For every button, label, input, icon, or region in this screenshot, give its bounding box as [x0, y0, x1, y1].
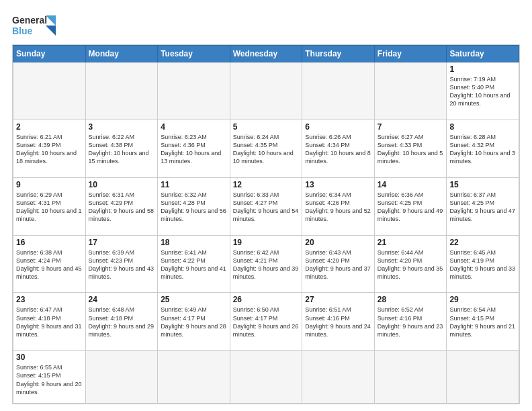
- calendar-cell: 26Sunrise: 6:50 AM Sunset: 4:17 PM Dayli…: [230, 293, 302, 351]
- day-number: 12: [233, 180, 300, 189]
- day-info: Sunrise: 6:23 AM Sunset: 4:36 PM Dayligh…: [161, 133, 227, 166]
- calendar-cell: [85, 351, 158, 404]
- day-info: Sunrise: 7:19 AM Sunset: 5:40 PM Dayligh…: [449, 75, 516, 108]
- day-info: Sunrise: 6:28 AM Sunset: 4:32 PM Dayligh…: [449, 133, 516, 166]
- calendar-cell: [158, 351, 230, 404]
- day-header-saturday: Saturday: [447, 46, 519, 62]
- day-number: 17: [89, 238, 155, 247]
- day-header-tuesday: Tuesday: [158, 46, 230, 62]
- day-info: Sunrise: 6:22 AM Sunset: 4:38 PM Dayligh…: [89, 133, 155, 166]
- day-header-monday: Monday: [85, 46, 158, 62]
- calendar-cell: [374, 351, 447, 404]
- calendar: SundayMondayTuesdayWednesdayThursdayFrid…: [12, 44, 520, 404]
- calendar-cell: [374, 62, 447, 120]
- calendar-cell: 4Sunrise: 6:23 AM Sunset: 4:36 PM Daylig…: [158, 120, 230, 177]
- day-info: Sunrise: 6:29 AM Sunset: 4:31 PM Dayligh…: [16, 191, 83, 224]
- day-info: Sunrise: 6:32 AM Sunset: 4:28 PM Dayligh…: [161, 191, 227, 224]
- calendar-cell: 28Sunrise: 6:52 AM Sunset: 4:16 PM Dayli…: [374, 293, 447, 351]
- day-number: 28: [378, 295, 444, 304]
- day-number: 9: [16, 180, 83, 189]
- calendar-header: SundayMondayTuesdayWednesdayThursdayFrid…: [13, 46, 519, 62]
- day-number: 11: [161, 180, 227, 189]
- calendar-cell: 2Sunrise: 6:21 AM Sunset: 4:39 PM Daylig…: [13, 120, 86, 177]
- day-info: Sunrise: 6:52 AM Sunset: 4:16 PM Dayligh…: [378, 306, 444, 338]
- calendar-cell: 1Sunrise: 7:19 AM Sunset: 5:40 PM Daylig…: [447, 62, 519, 120]
- day-number: 1: [449, 64, 516, 74]
- svg-marker-0: [46, 15, 56, 26]
- svg-marker-1: [46, 26, 56, 36]
- calendar-cell: 30Sunrise: 6:55 AM Sunset: 4:15 PM Dayli…: [13, 351, 86, 404]
- calendar-cell: 29Sunrise: 6:54 AM Sunset: 4:15 PM Dayli…: [447, 293, 519, 351]
- day-info: Sunrise: 6:54 AM Sunset: 4:15 PM Dayligh…: [449, 306, 516, 338]
- day-number: 14: [378, 180, 444, 189]
- day-number: 19: [233, 238, 300, 247]
- calendar-cell: 12Sunrise: 6:33 AM Sunset: 4:27 PM Dayli…: [230, 177, 302, 235]
- day-info: Sunrise: 6:34 AM Sunset: 4:26 PM Dayligh…: [305, 191, 371, 224]
- calendar-cell: 18Sunrise: 6:41 AM Sunset: 4:22 PM Dayli…: [158, 235, 230, 293]
- calendar-cell: 22Sunrise: 6:45 AM Sunset: 4:19 PM Dayli…: [447, 235, 519, 293]
- calendar-cell: [447, 351, 519, 404]
- day-number: 18: [161, 238, 227, 247]
- calendar-cell: 17Sunrise: 6:39 AM Sunset: 4:23 PM Dayli…: [85, 235, 158, 293]
- calendar-cell: 9Sunrise: 6:29 AM Sunset: 4:31 PM Daylig…: [13, 177, 86, 235]
- calendar-cell: 19Sunrise: 6:42 AM Sunset: 4:21 PM Dayli…: [230, 235, 302, 293]
- day-info: Sunrise: 6:47 AM Sunset: 4:18 PM Dayligh…: [16, 306, 83, 338]
- day-info: Sunrise: 6:41 AM Sunset: 4:22 PM Dayligh…: [161, 248, 227, 281]
- calendar-cell: 7Sunrise: 6:27 AM Sunset: 4:33 PM Daylig…: [374, 120, 447, 177]
- calendar-week-3: 9Sunrise: 6:29 AM Sunset: 4:31 PM Daylig…: [13, 177, 519, 235]
- calendar-cell: [13, 62, 86, 120]
- calendar-cell: 6Sunrise: 6:26 AM Sunset: 4:34 PM Daylig…: [302, 120, 375, 177]
- calendar-cell: 14Sunrise: 6:36 AM Sunset: 4:25 PM Dayli…: [374, 177, 447, 235]
- day-number: 21: [378, 238, 444, 247]
- generalblue-icon: GeneralBlue: [12, 12, 59, 39]
- calendar-cell: 20Sunrise: 6:43 AM Sunset: 4:20 PM Dayli…: [302, 235, 375, 293]
- day-number: 23: [16, 295, 83, 304]
- calendar-cell: 15Sunrise: 6:37 AM Sunset: 4:25 PM Dayli…: [447, 177, 519, 235]
- calendar-cell: [230, 351, 302, 404]
- calendar-cell: 23Sunrise: 6:47 AM Sunset: 4:18 PM Dayli…: [13, 293, 86, 351]
- day-number: 13: [305, 180, 371, 189]
- day-number: 6: [305, 122, 371, 132]
- calendar-cell: 13Sunrise: 6:34 AM Sunset: 4:26 PM Dayli…: [302, 177, 375, 235]
- logo: GeneralBlue: [12, 12, 59, 39]
- day-number: 8: [449, 122, 516, 132]
- svg-text:General: General: [12, 15, 47, 26]
- day-info: Sunrise: 6:24 AM Sunset: 4:35 PM Dayligh…: [233, 133, 300, 166]
- day-info: Sunrise: 6:43 AM Sunset: 4:20 PM Dayligh…: [305, 248, 371, 281]
- day-info: Sunrise: 6:44 AM Sunset: 4:20 PM Dayligh…: [378, 248, 444, 281]
- calendar-cell: [302, 351, 375, 404]
- day-info: Sunrise: 6:38 AM Sunset: 4:24 PM Dayligh…: [16, 248, 83, 281]
- day-info: Sunrise: 6:39 AM Sunset: 4:23 PM Dayligh…: [89, 248, 155, 281]
- day-info: Sunrise: 6:31 AM Sunset: 4:29 PM Dayligh…: [89, 191, 155, 224]
- header: GeneralBlue: [12, 12, 520, 39]
- day-info: Sunrise: 6:27 AM Sunset: 4:33 PM Dayligh…: [378, 133, 444, 166]
- day-number: 29: [449, 295, 516, 304]
- calendar-week-6: 30Sunrise: 6:55 AM Sunset: 4:15 PM Dayli…: [13, 351, 519, 404]
- day-info: Sunrise: 6:49 AM Sunset: 4:17 PM Dayligh…: [161, 306, 227, 338]
- calendar-cell: [230, 62, 302, 120]
- day-header-thursday: Thursday: [302, 46, 375, 62]
- day-number: 4: [161, 122, 227, 132]
- calendar-week-2: 2Sunrise: 6:21 AM Sunset: 4:39 PM Daylig…: [13, 120, 519, 177]
- day-info: Sunrise: 6:36 AM Sunset: 4:25 PM Dayligh…: [378, 191, 444, 224]
- day-number: 5: [233, 122, 300, 132]
- calendar-cell: 10Sunrise: 6:31 AM Sunset: 4:29 PM Dayli…: [85, 177, 158, 235]
- calendar-body: 1Sunrise: 7:19 AM Sunset: 5:40 PM Daylig…: [13, 62, 519, 404]
- page: GeneralBlue SundayMondayTuesdayWednesday…: [0, 0, 532, 411]
- calendar-table: SundayMondayTuesdayWednesdayThursdayFrid…: [13, 45, 519, 404]
- day-number: 25: [161, 295, 227, 304]
- calendar-cell: [158, 62, 230, 120]
- day-number: 15: [449, 180, 516, 189]
- day-header-row: SundayMondayTuesdayWednesdayThursdayFrid…: [13, 46, 519, 62]
- day-number: 3: [89, 122, 155, 132]
- svg-text:Blue: Blue: [12, 26, 33, 36]
- calendar-cell: [85, 62, 158, 120]
- day-header-sunday: Sunday: [13, 46, 86, 62]
- day-info: Sunrise: 6:33 AM Sunset: 4:27 PM Dayligh…: [233, 191, 300, 224]
- day-number: 24: [89, 295, 155, 304]
- day-header-friday: Friday: [374, 46, 447, 62]
- calendar-cell: 3Sunrise: 6:22 AM Sunset: 4:38 PM Daylig…: [85, 120, 158, 177]
- day-number: 30: [16, 353, 83, 362]
- day-info: Sunrise: 6:26 AM Sunset: 4:34 PM Dayligh…: [305, 133, 371, 166]
- day-number: 2: [16, 122, 83, 132]
